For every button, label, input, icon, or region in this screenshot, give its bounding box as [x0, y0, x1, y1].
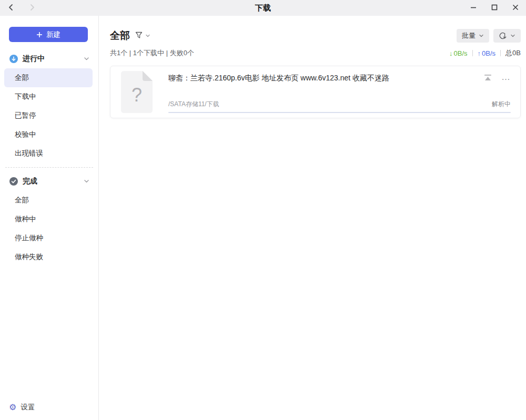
maximize-icon	[491, 4, 498, 12]
page-title: 全部	[110, 29, 130, 43]
main-panel: 全部 批量	[99, 16, 526, 420]
more-icon: …	[501, 75, 511, 80]
group-label: 完成	[23, 177, 84, 186]
check-circle-icon	[9, 177, 18, 186]
task-summary: 共1个 | 1个下载中 | 失败0个	[110, 48, 194, 58]
chevron-down-icon	[145, 32, 150, 40]
settings-label: 设置	[21, 403, 35, 412]
back-button[interactable]	[6, 3, 16, 13]
sidebar: 新建 进行中 全部 下载中 已暂停 校验中	[0, 16, 99, 420]
upload-speed: ↑ 0B/s	[478, 49, 496, 57]
task-path: /SATA存储11/下载	[168, 100, 219, 109]
minimize-icon	[470, 4, 477, 12]
sidebar-item-label: 做种失败	[15, 252, 43, 262]
sidebar-item-label: 下载中	[15, 92, 36, 101]
close-icon	[512, 4, 519, 12]
forward-icon	[28, 4, 36, 13]
group-label: 进行中	[23, 54, 84, 64]
sidebar-item-seeding[interactable]: 做种中	[0, 210, 98, 229]
main-header-left: 全部	[110, 29, 150, 43]
download-speed: ↓ 0B/s	[449, 49, 468, 57]
sidebar-item-seeding-stopped[interactable]: 停止做种	[0, 229, 98, 248]
sidebar-item-label: 做种中	[15, 214, 36, 224]
new-download-label: 新建	[46, 30, 60, 39]
task-top-row: 聊斋：兰若寺.2160p.6v电影 地址发布页 www.6v123.net 收藏…	[168, 74, 511, 83]
sidebar-item-in-progress-all[interactable]: 全部	[4, 68, 93, 87]
upload-speed-value: 0B/s	[482, 49, 495, 57]
download-task-card[interactable]: ? 聊斋：兰若寺.2160p.6v电影 地址发布页 www.6v123.net …	[110, 66, 521, 118]
stats-divider	[500, 50, 501, 56]
sidebar-item-label: 已暂停	[15, 111, 36, 120]
arrow-down-circle-icon	[9, 55, 18, 63]
unknown-file-icon: ?	[121, 71, 153, 113]
window-controls	[463, 0, 526, 16]
sidebar-item-label: 全部	[15, 196, 29, 205]
pin-to-top-icon	[483, 74, 492, 81]
sidebar-item-error[interactable]: 出现错误	[0, 144, 98, 163]
main-header-actions: 批量	[457, 29, 521, 43]
sidebar-item-label: 全部	[15, 73, 29, 83]
stats-divider	[472, 50, 473, 56]
sidebar-item-verifying[interactable]: 校验中	[0, 125, 98, 144]
sidebar-item-downloading[interactable]: 下载中	[0, 87, 98, 106]
sort-button[interactable]	[493, 29, 521, 43]
nav-arrows	[0, 3, 37, 13]
file-glyph: ?	[132, 84, 142, 106]
more-button[interactable]: …	[501, 75, 511, 80]
app-content: 新建 进行中 全部 下载中 已暂停 校验中	[0, 16, 526, 420]
sidebar-item-seeding-failed[interactable]: 做种失败	[0, 248, 98, 267]
gear-icon: ⚙	[9, 403, 16, 412]
minimize-button[interactable]	[463, 0, 484, 16]
plus-icon	[36, 32, 43, 38]
settings-button[interactable]: ⚙ 设置	[0, 403, 98, 420]
back-icon	[7, 4, 15, 13]
chevron-down-icon	[84, 55, 89, 63]
pin-to-top-button[interactable]	[483, 74, 492, 81]
titlebar: 下载	[0, 0, 526, 16]
total-size: 总0B	[505, 48, 521, 58]
progress-bar	[168, 112, 511, 113]
forward-button[interactable]	[27, 3, 37, 13]
task-actions: …	[483, 74, 511, 81]
batch-label: 批量	[462, 31, 476, 40]
sidebar-item-completed-all[interactable]: 全部	[0, 191, 98, 210]
speed-stats: ↓ 0B/s ↑ 0B/s 总0B	[449, 48, 521, 58]
sidebar-item-paused[interactable]: 已暂停	[0, 106, 98, 125]
batch-button[interactable]: 批量	[457, 29, 489, 43]
task-bottom-row: /SATA存储11/下载 解析中	[168, 100, 511, 109]
sidebar-nav: 进行中 全部 下载中 已暂停 校验中 出现错误	[0, 49, 98, 403]
new-download-button[interactable]: 新建	[9, 27, 88, 42]
meta-row: 共1个 | 1个下载中 | 失败0个 ↓ 0B/s ↑ 0B/s 总0B	[110, 48, 521, 58]
group-header-completed[interactable]: 完成	[0, 172, 98, 191]
main-header: 全部 批量	[110, 28, 521, 44]
down-arrow-icon: ↓	[449, 49, 453, 57]
filter-control[interactable]	[135, 31, 150, 41]
task-title: 聊斋：兰若寺.2160p.6v电影 地址发布页 www.6v123.net 收藏…	[168, 74, 400, 83]
sidebar-item-label: 停止做种	[15, 233, 43, 243]
group-header-in-progress[interactable]: 进行中	[0, 49, 98, 68]
sidebar-divider	[5, 167, 93, 168]
close-button[interactable]	[505, 0, 526, 16]
sidebar-item-label: 校验中	[15, 130, 36, 139]
window-title: 下载	[255, 3, 271, 13]
sidebar-item-label: 出现错误	[15, 149, 43, 158]
maximize-button[interactable]	[484, 0, 505, 16]
chevron-down-icon	[84, 177, 89, 186]
up-arrow-icon: ↑	[478, 49, 481, 57]
chevron-down-icon	[510, 32, 515, 40]
sort-by-time-icon	[499, 32, 507, 40]
task-status: 解析中	[492, 100, 511, 109]
task-body: 聊斋：兰若寺.2160p.6v电影 地址发布页 www.6v123.net 收藏…	[168, 71, 511, 113]
funnel-icon	[135, 31, 143, 41]
download-speed-value: 0B/s	[454, 49, 468, 57]
chevron-down-icon	[479, 32, 484, 40]
